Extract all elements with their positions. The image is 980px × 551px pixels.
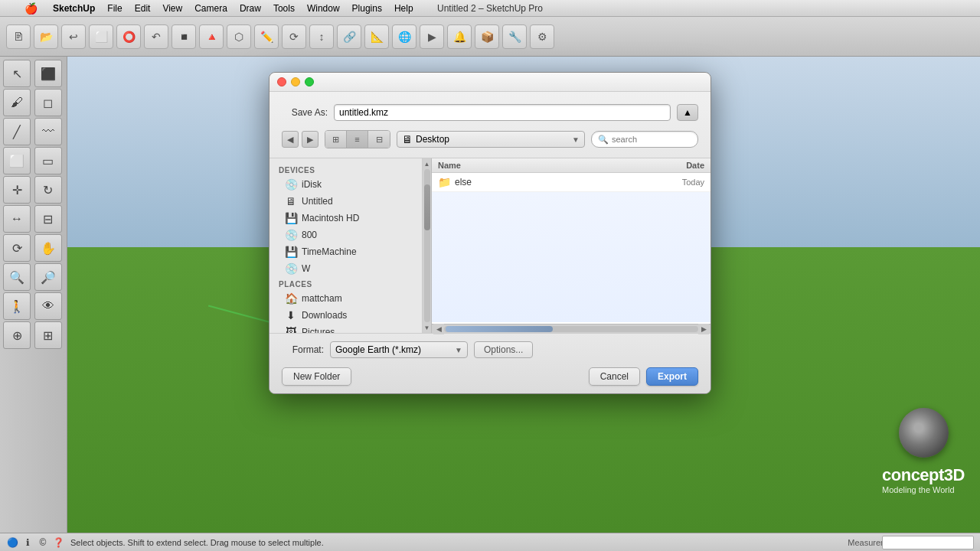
hscroll-right-btn[interactable]: ▶ (698, 324, 709, 334)
macintosh-hd-icon: 💾 (285, 212, 297, 224)
menu-view[interactable]: View (162, 3, 182, 14)
save-dialog: Save As: ▲ ◀ ▶ ⊞ ≡ ⊟ 🖥 (269, 72, 711, 394)
dropdown-arrow-icon: ▼ (572, 135, 580, 144)
location-dropdown[interactable]: 🖥 Desktop ▼ (397, 131, 585, 148)
toolbar-btn-10[interactable]: ✏️ (254, 24, 279, 49)
800-icon: 💿 (285, 229, 297, 241)
toolbar-btn-20[interactable]: ⚙ (530, 24, 554, 49)
measurements-box[interactable] (882, 536, 974, 549)
status-icon-1: 🔵 (6, 536, 18, 549)
hscroll-track[interactable] (444, 326, 698, 332)
untitled-drive-icon: 🖥 (285, 195, 297, 207)
toolbar-btn-12[interactable]: ↕ (309, 24, 334, 49)
toolbar-btn-2[interactable]: 📂 (34, 24, 58, 49)
scroll-thumb[interactable] (424, 184, 430, 230)
toolbar-btn-15[interactable]: 🌐 (392, 24, 416, 49)
pictures-label: Pictures (302, 327, 335, 333)
mattcham-label: mattcham (302, 293, 342, 304)
downloads-icon: ⬇ (285, 309, 297, 321)
toolbar-btn-6[interactable]: ↶ (144, 24, 168, 49)
dialog-overlay: Save As: ▲ ◀ ▶ ⊞ ≡ ⊟ 🖥 (0, 57, 980, 533)
apple-menu[interactable]: 🍎 (24, 2, 38, 15)
search-box: 🔍 (591, 131, 698, 148)
status-bar: 🔵 ℹ © ❓ Select objects. Shift to extend … (0, 533, 980, 551)
toolbar-btn-1[interactable]: 🖹 (6, 24, 31, 49)
hscroll-left-btn[interactable]: ◀ (433, 324, 444, 334)
toolbar-btn-8[interactable]: 🔺 (199, 24, 224, 49)
sidebar-item-w[interactable]: 💿 W (270, 260, 422, 277)
list-view-btn[interactable]: ≡ (347, 131, 368, 148)
toolbar-btn-16[interactable]: ▶ (420, 24, 444, 49)
folder-icon: 📁 (438, 176, 450, 188)
menu-file[interactable]: File (107, 3, 122, 14)
menu-edit[interactable]: Edit (135, 3, 151, 14)
hscroll-thumb[interactable] (446, 326, 553, 332)
cancel-button[interactable]: Cancel (589, 367, 640, 386)
menu-camera[interactable]: Camera (194, 3, 227, 14)
right-buttons: Cancel Export (589, 367, 698, 386)
sidebar-panel: DEVICES 💿 iDisk 🖥 Untitled 💾 Macintosh H… (270, 158, 423, 333)
file-date: Today (628, 178, 704, 187)
search-icon: 🔍 (598, 135, 609, 145)
scroll-track[interactable] (424, 169, 430, 322)
toolbar-btn-18[interactable]: 📦 (475, 24, 499, 49)
toolbar-btn-11[interactable]: ⟳ (282, 24, 306, 49)
w-label: W (302, 263, 310, 274)
main-toolbar: 🖹 📂 ↩ ⬜ ⭕ ↶ ◾ 🔺 ⬡ ✏️ ⟳ ↕ 🔗 📐 🌐 ▶ 🔔 📦 🔧 ⚙ (0, 17, 980, 57)
sidebar-item-timemachine[interactable]: 💾 TimeMachine (270, 243, 422, 260)
dialog-maximize-btn[interactable] (305, 77, 314, 86)
sidebar-item-pictures[interactable]: 🖼 Pictures (270, 324, 422, 333)
column-view-btn[interactable]: ⊟ (368, 131, 390, 148)
toolbar-btn-9[interactable]: ⬡ (227, 24, 251, 49)
back-btn[interactable]: ◀ (282, 131, 299, 148)
status-icon-4: ❓ (52, 536, 64, 549)
sidebar-item-mattcham[interactable]: 🏠 mattcham (270, 290, 422, 307)
dialog-minimize-btn[interactable] (291, 77, 300, 86)
menu-plugins[interactable]: Plugins (352, 3, 382, 14)
options-label: Options... (484, 344, 523, 355)
window-title: Untitled 2 – SketchUp Pro (437, 3, 543, 14)
toolbar-btn-7[interactable]: ◾ (172, 24, 196, 49)
menu-help[interactable]: Help (394, 3, 413, 14)
menu-tools[interactable]: Tools (273, 3, 295, 14)
menu-window[interactable]: Window (307, 3, 340, 14)
menu-sketchup[interactable]: SketchUp (53, 3, 95, 14)
sidebar-item-macintosh-hd[interactable]: 💾 Macintosh HD (270, 210, 422, 227)
toolbar-btn-14[interactable]: 📐 (364, 24, 389, 49)
browser-bar: ◀ ▶ ⊞ ≡ ⊟ 🖥 Desktop ▼ 🔍 (282, 130, 698, 148)
up-directory-btn[interactable]: ▲ (677, 104, 698, 121)
sidebar-item-untitled[interactable]: 🖥 Untitled (270, 193, 422, 210)
toolbar-btn-3[interactable]: ↩ (61, 24, 86, 49)
table-row[interactable]: 📁 else Today (432, 173, 710, 192)
toolbar-btn-4[interactable]: ⬜ (89, 24, 113, 49)
icon-view-btn[interactable]: ⊞ (325, 131, 347, 148)
toolbar-btn-17[interactable]: 🔔 (447, 24, 472, 49)
sidebar-item-idisk[interactable]: 💿 iDisk (270, 176, 422, 193)
sidebar-scrollbar[interactable]: ▲ ▼ (423, 158, 432, 333)
search-input[interactable] (612, 135, 691, 144)
timemachine-label: TimeMachine (302, 246, 357, 257)
scroll-down-btn[interactable]: ▼ (423, 324, 431, 331)
file-list: 📁 else Today (432, 173, 710, 324)
toolbar-btn-5[interactable]: ⭕ (116, 24, 141, 49)
status-icons: 🔵 ℹ © ❓ (6, 536, 64, 549)
sidebar-item-downloads[interactable]: ⬇ Downloads (270, 307, 422, 324)
date-column-header: Date (628, 161, 704, 170)
toolbar-btn-13[interactable]: 🔗 (337, 24, 361, 49)
file-list-hscrollbar[interactable]: ◀ ▶ (432, 324, 710, 333)
w-icon: 💿 (285, 262, 297, 275)
toolbar-btn-19[interactable]: 🔧 (502, 24, 527, 49)
export-button[interactable]: Export (646, 367, 698, 386)
sidebar-item-800[interactable]: 💿 800 (270, 227, 422, 243)
forward-btn[interactable]: ▶ (302, 131, 318, 148)
options-button[interactable]: Options... (474, 341, 533, 358)
menubar: 🍎 SketchUp File Edit View Camera Draw To… (0, 0, 980, 17)
dialog-close-btn[interactable] (277, 77, 286, 86)
filename-input[interactable] (334, 104, 671, 121)
view-buttons: ⊞ ≡ ⊟ (325, 130, 390, 148)
format-dropdown[interactable]: Google Earth (*.kmz) ▼ (330, 341, 468, 358)
dialog-traffic-lights (277, 77, 314, 86)
scroll-up-btn[interactable]: ▲ (423, 160, 431, 168)
menu-draw[interactable]: Draw (240, 3, 261, 14)
new-folder-button[interactable]: New Folder (282, 367, 351, 386)
